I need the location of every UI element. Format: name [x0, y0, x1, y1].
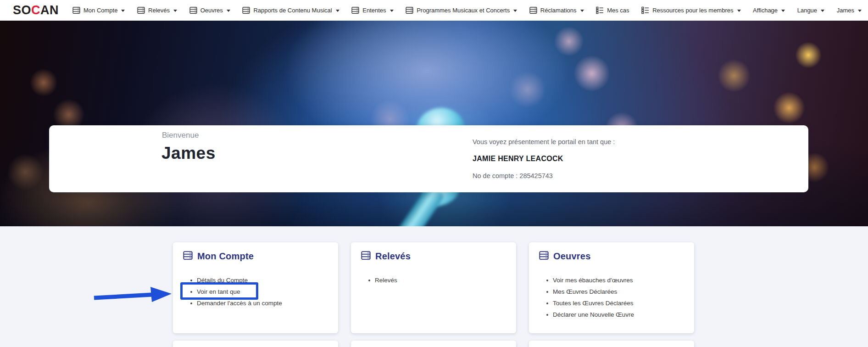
- list-check-icon: [596, 6, 604, 14]
- card-title: Relevés: [375, 251, 411, 262]
- nav-item-label: Programmes Musicaux et Concerts: [417, 7, 510, 14]
- link-toutes-oeuvres-declarees[interactable]: Toutes les Œuvres Déclarées: [546, 297, 687, 309]
- welcome-card: Bienvenue James Vous voyez présentement …: [49, 125, 808, 192]
- card-mon-compte: Mon Compte Détails du Compte Voir en tan…: [173, 242, 338, 333]
- nav-item-releves[interactable]: Relevés: [137, 6, 177, 14]
- cards-row-1: Mon Compte Détails du Compte Voir en tan…: [173, 242, 694, 333]
- nav-item-label: Rapports de Contenu Musical: [253, 7, 332, 14]
- nav-item-label: Relevés: [148, 7, 170, 14]
- annotation-arrow-icon: [89, 285, 177, 306]
- nav-item-label: Langue: [797, 7, 817, 14]
- link-voir-en-tant-que[interactable]: Voir en tant que: [190, 286, 331, 297]
- card-title: Oeuvres: [553, 251, 590, 262]
- nav-items: Mon Compte Relevés Oeuvres Rapports de C…: [72, 6, 862, 14]
- nav-item-label: Ententes: [362, 7, 386, 14]
- card-partial: [173, 341, 338, 347]
- chevron-down-icon: [858, 10, 862, 12]
- greeting-text: Bienvenue: [162, 131, 199, 140]
- chevron-down-icon: [336, 10, 339, 12]
- chevron-down-icon: [121, 10, 125, 12]
- server-icon: [361, 251, 371, 262]
- server-icon: [529, 6, 537, 14]
- card-link-list: Relevés: [368, 274, 509, 286]
- nav-item-mes-cas[interactable]: Mes cas: [596, 6, 629, 14]
- chevron-down-icon: [227, 10, 230, 12]
- chevron-down-icon: [390, 10, 394, 12]
- server-icon: [539, 251, 549, 262]
- server-icon: [242, 6, 250, 14]
- top-navbar: SOCAN Mon Compte Relevés Oeuvres Rapport…: [0, 0, 868, 21]
- nav-item-label: James: [837, 7, 854, 14]
- nav-item-oeuvres[interactable]: Oeuvres: [189, 6, 230, 14]
- logo-text: SO: [13, 3, 31, 17]
- nav-item-programmes-musicaux[interactable]: Programmes Musicaux et Concerts: [406, 6, 517, 14]
- server-icon: [137, 6, 145, 14]
- main-content: Mon Compte Détails du Compte Voir en tan…: [0, 226, 868, 347]
- link-declarer-nouvelle-oeuvre[interactable]: Déclarer une Nouvelle Œuvre: [546, 309, 687, 320]
- chevron-down-icon: [781, 10, 785, 12]
- nav-item-label: Mes cas: [607, 7, 629, 14]
- nav-item-label: Ressources pour les membres: [652, 7, 733, 14]
- nav-item-langue[interactable]: Langue: [797, 7, 824, 14]
- user-first-name: James: [161, 144, 216, 163]
- server-icon: [72, 6, 80, 14]
- nav-item-mon-compte[interactable]: Mon Compte: [72, 6, 125, 14]
- nav-item-ententes[interactable]: Ententes: [351, 6, 393, 14]
- nav-item-reclamations[interactable]: Réclamations: [529, 6, 584, 14]
- card-releves: Relevés Relevés: [351, 242, 516, 333]
- nav-item-ressources-membres[interactable]: Ressources pour les membres: [641, 6, 740, 14]
- card-partial: [529, 341, 694, 347]
- link-mes-oeuvres-declarees[interactable]: Mes Œuvres Déclarées: [546, 286, 687, 297]
- card-link-list: Voir mes ébauches d'œuvres Mes Œuvres Dé…: [546, 274, 687, 320]
- card-partial: [351, 341, 516, 347]
- nav-item-affichage[interactable]: Affichage: [753, 7, 785, 14]
- link-ebauches-oeuvres[interactable]: Voir mes ébauches d'œuvres: [546, 274, 687, 286]
- card-title: Mon Compte: [197, 251, 254, 262]
- server-icon: [406, 6, 413, 14]
- nav-item-label: Oeuvres: [200, 7, 223, 14]
- link-details-du-compte[interactable]: Détails du Compte: [190, 274, 331, 286]
- card-header: Oeuvres: [539, 251, 590, 262]
- server-icon: [189, 6, 197, 14]
- nav-item-label: Mon Compte: [83, 7, 117, 14]
- nav-item-label: Réclamations: [540, 7, 577, 14]
- card-link-list: Détails du Compte Voir en tant que Deman…: [190, 274, 331, 309]
- logo-accent-letter: C: [31, 3, 40, 17]
- server-icon: [351, 6, 359, 14]
- list-check-icon: [641, 6, 649, 14]
- card-header: Mon Compte: [183, 251, 254, 262]
- socan-logo[interactable]: SOCAN: [13, 3, 59, 17]
- card-oeuvres: Oeuvres Voir mes ébauches d'œuvres Mes Œ…: [529, 242, 694, 333]
- logo-text: AN: [40, 3, 59, 17]
- chevron-down-icon: [513, 10, 517, 12]
- nav-item-label: Affichage: [753, 7, 778, 14]
- viewing-as-label: Vous voyez présentement le portail en ta…: [473, 138, 615, 146]
- chevron-down-icon: [173, 10, 177, 12]
- hero-banner: Bienvenue James Vous voyez présentement …: [0, 21, 868, 226]
- link-demander-acces-compte[interactable]: Demander l'accès à un compte: [190, 297, 331, 309]
- link-releves[interactable]: Relevés: [368, 274, 509, 286]
- nav-item-rapports-contenu-musical[interactable]: Rapports de Contenu Musical: [242, 6, 339, 14]
- card-header: Relevés: [361, 251, 411, 262]
- server-icon: [183, 251, 193, 262]
- chevron-down-icon: [821, 10, 824, 12]
- chevron-down-icon: [580, 10, 584, 12]
- cards-row-2: [173, 341, 694, 347]
- chevron-down-icon: [737, 10, 741, 12]
- account-number: No de compte : 285425743: [473, 172, 553, 179]
- viewing-as-name: JAMIE HENRY LEACOCK: [473, 155, 563, 163]
- nav-item-user-james[interactable]: James: [837, 7, 862, 14]
